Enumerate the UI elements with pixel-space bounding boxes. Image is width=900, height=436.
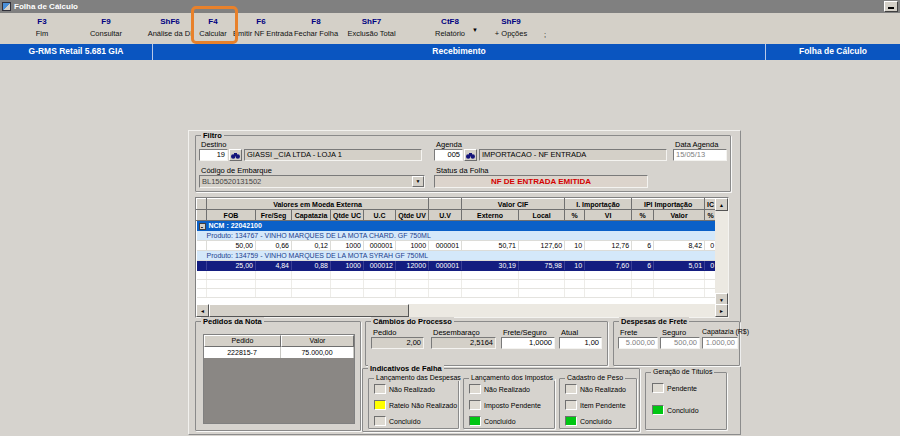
indicator-box-yellow <box>374 400 386 410</box>
vertical-scrollbar[interactable]: ▲ ▼ <box>715 198 728 306</box>
capatazia-field[interactable]: 1.000,00 <box>702 337 738 349</box>
col-freseg[interactable]: Fre/Seg <box>256 210 292 221</box>
chevron-down-icon[interactable]: ▼ <box>472 27 478 33</box>
destino-label: Destino <box>201 140 226 149</box>
agenda-code-input[interactable]: 005 <box>434 149 463 161</box>
col-pct-ii[interactable]: % <box>565 210 585 221</box>
toolbar-button-fim[interactable]: F3 Fim <box>10 17 74 38</box>
minimize-button[interactable] <box>884 1 898 12</box>
codigo-embarque-combobox[interactable]: BL150520131502 ▼ <box>199 175 425 188</box>
geracao-legend: Geração de Títulos <box>651 368 714 375</box>
agenda-lookup-button[interactable] <box>464 149 477 161</box>
product-header-row[interactable]: Produto: 134767 - VINHO MARQUES DE LA MO… <box>197 231 717 241</box>
horizontal-scrollbar[interactable]: ◄ ► <box>196 304 728 317</box>
cadastro-peso-groupbox: Cadastro de Peso Não Realizado Item Pend… <box>559 378 637 429</box>
indicator-box <box>469 400 481 410</box>
ncm-group-row[interactable]: NCM : 22042100 <box>197 221 717 231</box>
cambio-atual-label: Atual <box>561 328 578 337</box>
empty-row <box>197 289 717 298</box>
toolbar-button-relatorio[interactable]: CtF8 Relatório <box>424 17 476 38</box>
cambio-pedido-field[interactable]: 2,00 <box>371 337 424 349</box>
indicator-box <box>374 384 386 394</box>
product-header-row[interactable]: Produto: 134759 - VINHO MARQUES DE LA MO… <box>197 251 717 261</box>
col-vi[interactable]: VI <box>585 210 632 221</box>
toolbar: F3 Fim F9 Consultar ShF6 Análise da DI F… <box>0 13 900 44</box>
table-row[interactable]: 50,00 0,66 0,12 1000 000001 1000 000001 … <box>197 241 717 251</box>
capatazia-label: Capatazia (R$) <box>702 328 749 335</box>
cambio-desembaraco-field[interactable]: 2,5164 <box>431 337 496 349</box>
app-icon <box>2 2 11 11</box>
status-folha-badge: NF DE ENTRADA EMITIDA <box>434 175 648 188</box>
col-uv[interactable]: U.V <box>429 210 462 221</box>
scrollbar-thumb[interactable] <box>209 304 409 317</box>
codigo-embarque-value: BL150520131502 <box>202 177 261 186</box>
data-agenda-label: Data Agenda <box>675 140 718 149</box>
col-capatazia[interactable]: Capatazia <box>292 210 331 221</box>
pedidos-legend: Pedidos da Nota <box>201 317 264 326</box>
destino-lookup-button[interactable] <box>229 149 242 161</box>
pedidos-col-valor[interactable]: Valor <box>281 335 354 347</box>
items-grid: Valores em Moeda Externa Valor CIF I. Im… <box>195 197 729 318</box>
cambios-groupbox: Câmbios do Processo Pedido 2,00 Desembar… <box>365 321 608 366</box>
grid-column-header-row: FOB Fre/Seg Capatazia Qtde UC U.C Qtde U… <box>197 210 717 221</box>
chevron-down-icon[interactable]: ▼ <box>412 176 424 187</box>
toolbar-button-calcular[interactable]: F4 Calcular <box>191 17 235 38</box>
col-local[interactable]: Local <box>519 210 565 221</box>
col-fob[interactable]: FOB <box>207 210 256 221</box>
col-pct-ipi[interactable]: % <box>632 210 654 221</box>
scroll-right-icon[interactable]: ► <box>715 304 728 317</box>
group-header-blank <box>429 199 462 210</box>
cambio-atual-field[interactable]: 1,00 <box>559 337 602 349</box>
col-valor-ipi[interactable]: Valor <box>654 210 705 221</box>
col-externo[interactable]: Externo <box>462 210 519 221</box>
indicator-imposto-pendente: Imposto Pendente <box>469 400 541 410</box>
product-name: Produto: 134767 - VINHO MARQUES DE LA MO… <box>197 231 717 241</box>
destino-code-input[interactable]: 19 <box>199 149 228 161</box>
cambios-legend: Câmbios do Processo <box>371 317 454 326</box>
indicator-box <box>652 383 664 393</box>
geracao-titulos-groupbox: Geração de Títulos Pendente Concluído <box>645 372 727 430</box>
despesas-groupbox: Despesas de Frete Frete 5.000,00 Seguro … <box>613 321 740 366</box>
scroll-left-icon[interactable]: ◄ <box>196 304 209 317</box>
indicator-pendente: Pendente <box>652 383 697 393</box>
collapse-icon[interactable] <box>199 223 206 230</box>
list-item[interactable]: 222815-7 75.000,00 <box>204 347 354 358</box>
seguro-field[interactable]: 500,00 <box>660 337 700 349</box>
toolbar-button-fechar-folha[interactable]: F8 Fechar Folha <box>291 17 341 38</box>
indicator-nao-realizado: Não Realizado <box>374 384 435 394</box>
frete-field[interactable]: 5.000,00 <box>618 337 658 349</box>
pedidos-header-row: Pedido Valor <box>204 335 354 347</box>
toolbar-separator: ; <box>544 30 546 39</box>
indicator-item-pendente: Item Pendente <box>565 400 626 410</box>
col-qtde-uv[interactable]: Qtde UV <box>396 210 429 221</box>
indicator-box-green <box>565 416 577 426</box>
indicator-box-green <box>469 416 481 426</box>
workspace: Filtro Destino 19 GIASSI _CIA LTDA - LOJ… <box>0 60 900 436</box>
indicator-box <box>374 416 386 426</box>
status-folha-label: Status da Folha <box>436 166 489 175</box>
group-header-valor-cif: Valor CIF <box>462 199 565 210</box>
data-agenda-field[interactable]: 15/05/13 <box>673 149 727 161</box>
ncm-label: NCM : 22042100 <box>209 222 262 229</box>
col-uc[interactable]: U.C <box>364 210 396 221</box>
indicator-nao-realizado: Não Realizado <box>565 384 626 394</box>
toolbar-button-consultar[interactable]: F9 Consultar <box>74 17 138 38</box>
col-qtde-uc[interactable]: Qtde UC <box>331 210 364 221</box>
filtro-groupbox: Filtro Destino 19 GIASSI _CIA LTDA - LOJ… <box>195 135 731 192</box>
toolbar-button-exclusao-total[interactable]: ShF7 Exclusão Total <box>344 17 399 38</box>
toolbar-button-opcoes[interactable]: ShF9 + Opções <box>486 17 536 38</box>
screen-label: Folha de Cálculo <box>766 44 900 60</box>
cambio-frete-seguro-field[interactable]: 1,0000 <box>501 337 555 349</box>
group-header-ipi-importacao: IPI Importação <box>632 199 705 210</box>
indicator-nao-realizado: Não Realizado <box>469 384 530 394</box>
scroll-up-icon[interactable]: ▲ <box>715 198 728 211</box>
toolbar-button-emitir-nf-entrada[interactable]: F6 Emitir NF Entrada <box>233 17 289 38</box>
despesas-legend: Despesas de Frete <box>619 317 689 326</box>
pedidos-col-pedido[interactable]: Pedido <box>204 335 281 347</box>
table-row-selected[interactable]: 25,00 4,84 0,88 1000 000012 12000 000001… <box>197 261 717 271</box>
cambio-desembaraco-label: Desembaraço <box>433 328 480 337</box>
empty-row <box>197 271 717 280</box>
agenda-name-field: IMPORTACAO - NF ENTRADA <box>479 149 667 161</box>
items-table: Valores em Moeda Externa Valor CIF I. Im… <box>196 198 717 298</box>
status-banner: G-RMS Retail 5.681 GIA Recebimento Folha… <box>0 44 900 60</box>
